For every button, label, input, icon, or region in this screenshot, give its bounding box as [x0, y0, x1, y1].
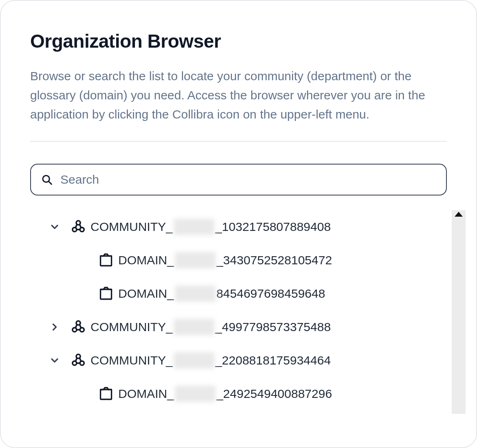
svg-rect-6: [101, 290, 112, 299]
tree: COMMUNITY__1032175807889408DOMAIN__34307…: [30, 210, 447, 411]
org-browser-card: Organization Browser Browse or search th…: [0, 0, 477, 448]
label-suffix: _4997798573375488: [215, 320, 331, 334]
redacted-segment: [175, 386, 216, 402]
domain-icon: [94, 286, 118, 301]
label-prefix: COMMUNITY_: [91, 354, 173, 367]
domain-icon: [94, 387, 118, 401]
label-suffix: 8454697698459648: [216, 287, 325, 301]
redacted-segment: [175, 285, 216, 302]
tree-container: COMMUNITY__1032175807889408DOMAIN__34307…: [30, 210, 447, 411]
svg-line-1: [49, 182, 51, 184]
divider: [30, 141, 447, 142]
redacted-segment: [174, 352, 214, 369]
search-box[interactable]: [30, 164, 447, 195]
chevron-down-icon[interactable]: [43, 221, 66, 233]
svg-rect-5: [101, 256, 112, 266]
tree-domain-row[interactable]: DOMAIN__3430752528105472: [43, 244, 447, 277]
label-suffix: _2208818175934464: [215, 354, 331, 367]
tree-item-label: COMMUNITY__2208818175934464: [91, 352, 331, 369]
label-prefix: COMMUNITY_: [91, 220, 173, 234]
label-prefix: DOMAIN_: [118, 287, 174, 301]
redacted-segment: [174, 319, 214, 335]
tree-item-label: DOMAIN__3430752528105472: [118, 252, 332, 268]
scrollbar[interactable]: [452, 210, 466, 414]
redacted-segment: [174, 219, 214, 235]
label-suffix: _3430752528105472: [216, 253, 332, 267]
tree-item-label: COMMUNITY__1032175807889408: [91, 219, 331, 235]
tree-community-row[interactable]: COMMUNITY__2208818175934464: [43, 344, 447, 377]
tree-item-label: COMMUNITY__4997798573375488: [91, 319, 331, 335]
page-title: Organization Browser: [30, 30, 447, 52]
tree-item-label: DOMAIN__2492549400887296: [118, 386, 332, 402]
tree-community-row[interactable]: COMMUNITY__4997798573375488: [43, 310, 447, 344]
search-input[interactable]: [60, 173, 436, 187]
community-icon: [66, 219, 91, 235]
svg-rect-13: [101, 390, 112, 400]
domain-icon: [94, 253, 118, 268]
page-description: Browse or search the list to locate your…: [30, 67, 447, 124]
label-suffix: _1032175807889408: [215, 220, 331, 234]
chevron-down-icon[interactable]: [43, 355, 66, 366]
label-prefix: COMMUNITY_: [91, 320, 173, 334]
community-icon: [66, 319, 91, 335]
label-prefix: DOMAIN_: [118, 387, 174, 401]
label-prefix: DOMAIN_: [118, 253, 174, 267]
redacted-segment: [175, 252, 216, 268]
tree-domain-row[interactable]: DOMAIN__2492549400887296: [43, 377, 447, 411]
tree-community-row[interactable]: COMMUNITY__1032175807889408: [43, 210, 447, 244]
community-icon: [66, 352, 91, 369]
tree-domain-row[interactable]: DOMAIN_8454697698459648: [43, 277, 447, 310]
scroll-up-arrow-icon[interactable]: [455, 212, 463, 217]
chevron-right-icon[interactable]: [43, 321, 66, 333]
search-icon: [41, 173, 53, 186]
tree-item-label: DOMAIN_8454697698459648: [118, 285, 325, 302]
label-suffix: _2492549400887296: [216, 387, 332, 401]
